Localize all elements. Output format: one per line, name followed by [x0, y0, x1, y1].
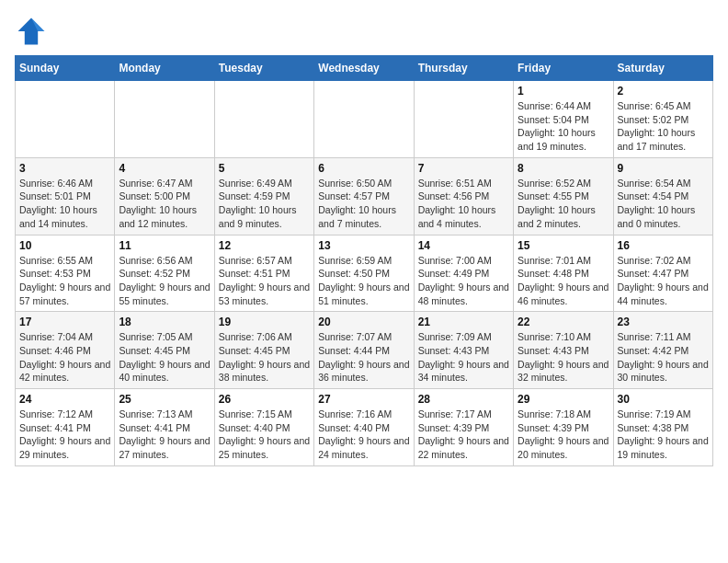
day-info: Sunrise: 7:15 AMSunset: 4:40 PMDaylight:… [219, 408, 310, 462]
day-info: Sunrise: 6:47 AMSunset: 5:00 PMDaylight:… [119, 177, 210, 231]
day-info: Sunrise: 7:04 AMSunset: 4:46 PMDaylight:… [19, 330, 110, 385]
calendar-cell [115, 81, 214, 158]
day-number: 8 [518, 162, 609, 175]
week-row-3: 10Sunrise: 6:55 AMSunset: 4:53 PMDayligh… [16, 235, 713, 312]
calendar-cell: 4Sunrise: 6:47 AMSunset: 5:00 PMDaylight… [115, 157, 214, 235]
weekday-header-sunday: Sunday [16, 56, 115, 81]
day-number: 20 [318, 316, 409, 328]
weekday-header-tuesday: Tuesday [214, 56, 313, 81]
day-number: 27 [318, 393, 409, 406]
day-number: 14 [418, 239, 509, 252]
day-number: 24 [19, 393, 110, 406]
calendar-cell: 3Sunrise: 6:46 AMSunset: 5:01 PMDaylight… [16, 157, 115, 235]
day-number: 21 [418, 316, 509, 328]
calendar-cell [214, 81, 313, 158]
day-number: 18 [119, 316, 210, 328]
day-info: Sunrise: 7:09 AMSunset: 4:43 PMDaylight:… [418, 330, 509, 385]
calendar-cell: 15Sunrise: 7:01 AMSunset: 4:48 PMDayligh… [514, 235, 613, 312]
calendar-cell: 23Sunrise: 7:11 AMSunset: 4:42 PMDayligh… [613, 312, 712, 389]
day-info: Sunrise: 6:51 AMSunset: 4:56 PMDaylight:… [418, 177, 509, 231]
day-number: 17 [19, 316, 110, 328]
calendar-cell: 30Sunrise: 7:19 AMSunset: 4:38 PMDayligh… [613, 389, 712, 466]
day-info: Sunrise: 7:16 AMSunset: 4:40 PMDaylight:… [318, 408, 409, 462]
calendar-cell: 6Sunrise: 6:50 AMSunset: 4:57 PMDaylight… [314, 157, 414, 235]
day-number: 23 [618, 316, 709, 328]
day-info: Sunrise: 6:55 AMSunset: 4:53 PMDaylight:… [19, 254, 110, 308]
calendar-cell: 20Sunrise: 7:07 AMSunset: 4:44 PMDayligh… [314, 312, 414, 389]
calendar-cell: 26Sunrise: 7:15 AMSunset: 4:40 PMDayligh… [214, 389, 313, 466]
calendar-cell: 13Sunrise: 6:59 AMSunset: 4:50 PMDayligh… [314, 235, 414, 312]
day-number: 25 [119, 393, 210, 406]
day-number: 5 [219, 162, 310, 175]
day-info: Sunrise: 7:19 AMSunset: 4:38 PMDaylight:… [618, 408, 709, 462]
day-number: 4 [119, 162, 210, 175]
day-number: 9 [618, 162, 709, 175]
day-number: 28 [418, 393, 509, 406]
logo [15, 15, 53, 48]
calendar-cell: 21Sunrise: 7:09 AMSunset: 4:43 PMDayligh… [414, 312, 513, 389]
calendar-cell: 18Sunrise: 7:05 AMSunset: 4:45 PMDayligh… [115, 312, 214, 389]
day-number: 3 [19, 162, 110, 175]
week-row-1: 1Sunrise: 6:44 AMSunset: 5:04 PMDaylight… [16, 81, 713, 158]
calendar-cell: 9Sunrise: 6:54 AMSunset: 4:54 PMDaylight… [613, 157, 712, 235]
day-number: 29 [518, 393, 609, 406]
day-number: 7 [418, 162, 509, 175]
day-info: Sunrise: 6:50 AMSunset: 4:57 PMDaylight:… [318, 177, 409, 231]
day-info: Sunrise: 7:05 AMSunset: 4:45 PMDaylight:… [119, 330, 210, 385]
calendar-cell: 10Sunrise: 6:55 AMSunset: 4:53 PMDayligh… [16, 235, 115, 312]
calendar-body: 1Sunrise: 6:44 AMSunset: 5:04 PMDaylight… [16, 81, 713, 466]
calendar-cell: 17Sunrise: 7:04 AMSunset: 4:46 PMDayligh… [16, 312, 115, 389]
calendar-cell: 12Sunrise: 6:57 AMSunset: 4:51 PMDayligh… [214, 235, 313, 312]
calendar-cell: 28Sunrise: 7:17 AMSunset: 4:39 PMDayligh… [414, 389, 513, 466]
day-info: Sunrise: 6:49 AMSunset: 4:59 PMDaylight:… [219, 177, 310, 231]
day-number: 1 [518, 85, 609, 98]
calendar-cell: 25Sunrise: 7:13 AMSunset: 4:41 PMDayligh… [115, 389, 214, 466]
calendar-cell: 16Sunrise: 7:02 AMSunset: 4:47 PMDayligh… [613, 235, 712, 312]
calendar-cell: 14Sunrise: 7:00 AMSunset: 4:49 PMDayligh… [414, 235, 513, 312]
day-info: Sunrise: 7:00 AMSunset: 4:49 PMDaylight:… [418, 254, 509, 308]
calendar-cell [414, 81, 513, 158]
logo-icon [15, 15, 48, 48]
calendar-header: SundayMondayTuesdayWednesdayThursdayFrid… [16, 56, 713, 81]
weekday-header-saturday: Saturday [613, 56, 712, 81]
day-info: Sunrise: 7:10 AMSunset: 4:43 PMDaylight:… [518, 330, 609, 385]
day-info: Sunrise: 6:45 AMSunset: 5:02 PMDaylight:… [618, 99, 709, 154]
day-info: Sunrise: 7:11 AMSunset: 4:42 PMDaylight:… [618, 330, 709, 385]
calendar-cell: 7Sunrise: 6:51 AMSunset: 4:56 PMDaylight… [414, 157, 513, 235]
day-info: Sunrise: 6:57 AMSunset: 4:51 PMDaylight:… [219, 254, 310, 308]
calendar-cell: 22Sunrise: 7:10 AMSunset: 4:43 PMDayligh… [514, 312, 613, 389]
day-info: Sunrise: 7:17 AMSunset: 4:39 PMDaylight:… [418, 408, 509, 462]
day-info: Sunrise: 6:59 AMSunset: 4:50 PMDaylight:… [318, 254, 409, 308]
day-info: Sunrise: 7:06 AMSunset: 4:45 PMDaylight:… [219, 330, 310, 385]
day-number: 30 [618, 393, 709, 406]
day-info: Sunrise: 7:01 AMSunset: 4:48 PMDaylight:… [518, 254, 609, 308]
day-info: Sunrise: 7:07 AMSunset: 4:44 PMDaylight:… [318, 330, 409, 385]
day-number: 10 [19, 239, 110, 252]
calendar-table: SundayMondayTuesdayWednesdayThursdayFrid… [15, 55, 713, 466]
calendar-cell: 27Sunrise: 7:16 AMSunset: 4:40 PMDayligh… [314, 389, 414, 466]
day-info: Sunrise: 6:54 AMSunset: 4:54 PMDaylight:… [618, 177, 709, 231]
day-number: 2 [618, 85, 709, 98]
day-info: Sunrise: 6:44 AMSunset: 5:04 PMDaylight:… [518, 99, 609, 154]
calendar-cell [16, 81, 115, 158]
calendar-cell: 8Sunrise: 6:52 AMSunset: 4:55 PMDaylight… [514, 157, 613, 235]
day-number: 26 [219, 393, 310, 406]
week-row-4: 17Sunrise: 7:04 AMSunset: 4:46 PMDayligh… [16, 312, 713, 389]
calendar-cell: 19Sunrise: 7:06 AMSunset: 4:45 PMDayligh… [214, 312, 313, 389]
day-number: 6 [318, 162, 409, 175]
calendar-cell: 11Sunrise: 6:56 AMSunset: 4:52 PMDayligh… [115, 235, 214, 312]
day-info: Sunrise: 7:12 AMSunset: 4:41 PMDaylight:… [19, 408, 110, 462]
day-info: Sunrise: 7:02 AMSunset: 4:47 PMDaylight:… [618, 254, 709, 308]
day-info: Sunrise: 6:46 AMSunset: 5:01 PMDaylight:… [19, 177, 110, 231]
day-number: 15 [518, 239, 609, 252]
weekday-header-thursday: Thursday [414, 56, 513, 81]
calendar-cell: 29Sunrise: 7:18 AMSunset: 4:39 PMDayligh… [514, 389, 613, 466]
week-row-2: 3Sunrise: 6:46 AMSunset: 5:01 PMDaylight… [16, 157, 713, 235]
day-number: 11 [119, 239, 210, 252]
day-number: 12 [219, 239, 310, 252]
weekday-header-monday: Monday [115, 56, 214, 81]
day-number: 22 [518, 316, 609, 328]
calendar-cell: 24Sunrise: 7:12 AMSunset: 4:41 PMDayligh… [16, 389, 115, 466]
weekday-row: SundayMondayTuesdayWednesdayThursdayFrid… [16, 56, 713, 81]
header [15, 15, 713, 48]
